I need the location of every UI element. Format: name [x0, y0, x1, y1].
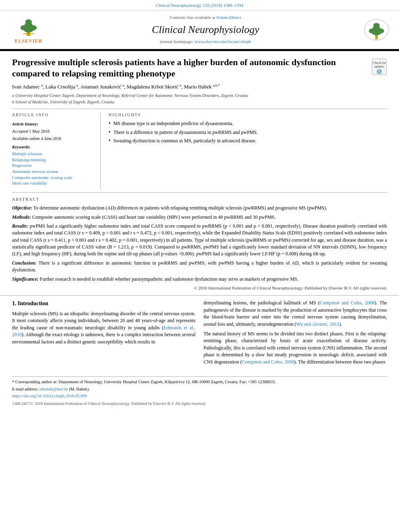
header-decoration [360, 18, 393, 42]
keywords-group: Keywords: Multiple sclerosis Relapsing-r… [12, 144, 94, 187]
page: Clinical Neurophysiology 129 (2018) 1588… [0, 0, 399, 532]
compston-link-2[interactable]: Compston and Coles, 2008 [242, 359, 294, 365]
journal-title-area: Contents lists available at ScienceDirec… [51, 14, 360, 45]
objective-text: To determine autonomic dysfunction (AD) … [32, 205, 327, 211]
abstract-label: Abstract [12, 197, 387, 202]
svg-point-4 [21, 25, 27, 31]
significance-heading: Significance: [12, 276, 39, 282]
keyword-3[interactable]: Progressive [12, 163, 94, 169]
conclusion-text: There is a significant difference in aut… [12, 260, 387, 273]
svg-point-13 [378, 29, 384, 33]
highlight-3: • Sweating dysfunction is common in MS, … [109, 138, 387, 144]
objective-heading: Objective: [12, 205, 32, 211]
article-title-section: Progressive multiple sclerosis patients … [12, 57, 387, 80]
abstract-copyright: © 2018 International Federation of Clini… [12, 285, 387, 291]
keyword-6[interactable]: Heart rate variability [12, 181, 94, 187]
significance-text: Further research is needed to establish … [39, 276, 298, 282]
body-right-col: demyelinating lesions, the pathological … [204, 300, 387, 368]
footnote-area: * Corresponding author at: Department of… [12, 376, 387, 407]
body-two-col: 1. Introduction Multiple sclerosis (MS) … [12, 300, 387, 368]
intro-para-2: demyelinating lesions, the pathological … [204, 300, 387, 328]
results-heading: Results: [12, 223, 28, 229]
affiliations: a University Hospital Center Zagreb, Dep… [12, 92, 387, 105]
highlight-text-2: There is a difference in pattern of dysa… [113, 129, 258, 136]
elsevier-logo-area: ELSEVIER [6, 15, 51, 45]
svg-point-5 [30, 25, 37, 31]
elsevier-tree-icon [14, 15, 43, 37]
svg-rect-6 [23, 33, 34, 34]
keyword-5[interactable]: Composite autonomic scoring scale [12, 175, 94, 181]
history-heading: Article history: [12, 122, 38, 126]
volume-text: Clinical Neurophysiology 129 (2018) 1588… [156, 3, 243, 8]
bullet-icon: • [109, 129, 111, 136]
compston-link-1[interactable]: Compston and Coles, 2008 [320, 300, 374, 306]
wu-link[interactable]: Wu and Alvarez, 2011 [296, 321, 339, 327]
elsevier-logo: ELSEVIER [14, 15, 43, 45]
svg-point-3 [25, 19, 32, 25]
authors-line: Ivan Adamec a, Luka Crnošija a, Anamari … [12, 83, 387, 91]
highlight-1: • MS disease type is an independent pred… [109, 120, 387, 127]
abstract-methods: Methods: Composite autonomic scoring sca… [12, 214, 387, 221]
doi-line[interactable]: https://doi.org/10.1016/j.clinph.2018.05… [12, 393, 387, 399]
doi-link[interactable]: https://doi.org/10.1016/j.clinph.2018.05… [12, 394, 87, 398]
article-main: Progressive multiple sclerosis patients … [0, 51, 399, 296]
intro-para-1: Multiple sclerosis (MS) is an idiopathic… [12, 310, 195, 345]
corresponding-author: * Corresponding author at: Department of… [12, 379, 387, 385]
homepage-url: www.elsevier.com/locate/clinph [194, 39, 251, 44]
journal-volume-info: Clinical Neurophysiology 129 (2018) 1588… [0, 0, 399, 10]
keywords-heading: Keywords: [12, 144, 94, 150]
highlights-right: Highlights • MS disease type is an indep… [101, 112, 387, 189]
abstract-section: Abstract Objective: To determine autonom… [12, 197, 387, 291]
accepted-date: Accepted 1 May 2018 [12, 129, 49, 134]
body-left-col: 1. Introduction Multiple sclerosis (MS) … [12, 300, 195, 368]
email-line: E-mail address: mhabek@mef.hr (M. Habek)… [12, 386, 387, 392]
intro-heading: 1. Introduction [12, 300, 195, 308]
conclusion-heading: Conclusion: [12, 260, 37, 266]
highlights-label: Highlights [109, 112, 387, 118]
check-for-updates-badge: Check for updates [372, 58, 387, 75]
bullet-icon: • [109, 138, 111, 144]
article-history: Article history: Accepted 1 May 2018 Ava… [12, 120, 94, 142]
edmonds-link[interactable]: Edmonds et al., 2010 [12, 325, 195, 337]
abstract-significance: Significance: Further research is needed… [12, 276, 387, 283]
journal-header: ELSEVIER Contents lists available at Sci… [0, 10, 399, 49]
abstract-results: Results: pwPMS had a significantly highe… [12, 223, 387, 258]
article-title: Progressive multiple sclerosis patients … [12, 57, 366, 80]
svg-rect-8 [375, 35, 378, 39]
contents-available-line: Contents lists available at ScienceDirec… [51, 14, 360, 21]
article-body: 1. Introduction Multiple sclerosis (MS) … [0, 295, 399, 372]
email-link[interactable]: mhabek@mef.hr [39, 387, 68, 391]
abstract-objective: Objective: To determine autonomic dysfun… [12, 205, 387, 212]
svg-point-12 [369, 29, 375, 33]
article-info-label: Article Info [12, 112, 94, 118]
highlight-2: • There is a difference in pattern of dy… [109, 129, 387, 136]
footer-copyright: 1388-2457/© 2018 International Federatio… [12, 401, 387, 407]
journal-homepage: journal homepage: www.elsevier.com/locat… [51, 39, 360, 45]
decoration-tree-icon [362, 18, 391, 42]
svg-text:updates: updates [374, 65, 384, 68]
article-info-section: Article Info Article history: Accepted 1… [12, 109, 387, 193]
abstract-conclusion: Conclusion: There is a significant diffe… [12, 260, 387, 274]
affiliation-b: b School of Medicine, University of Zagr… [12, 99, 387, 105]
methods-heading: Methods: [12, 214, 31, 220]
svg-text:Check for: Check for [373, 61, 386, 65]
journal-title: Clinical Neurophysiology [51, 23, 360, 37]
highlight-text-1: MS disease type is an independent predic… [113, 120, 233, 127]
methods-text: Composite autonomic scoring scale (CASS)… [31, 214, 276, 220]
keyword-1[interactable]: Multiple sclerosis [12, 151, 94, 157]
leading-text: leading [20, 325, 34, 331]
sciencedirect-link[interactable]: ScienceDirect [216, 15, 241, 20]
elsevier-brand-text: ELSEVIER [15, 38, 43, 45]
bullet-icon: • [109, 120, 111, 127]
results-text: pwPMS had a significantly higher sudomot… [12, 223, 387, 257]
article-info-left: Article Info Article history: Accepted 1… [12, 112, 101, 189]
svg-point-11 [373, 23, 380, 28]
available-date: Available online 4 June 2018 [12, 136, 61, 141]
keyword-4[interactable]: Autonomic nervous system [12, 169, 94, 175]
affiliation-a: a University Hospital Center Zagreb, Dep… [12, 92, 387, 99]
intro-para-3: The natural history of MS seems to be di… [204, 331, 387, 366]
highlight-text-3: Sweating dysfunction is common in MS, pa… [113, 138, 257, 144]
keyword-2[interactable]: Relapsing-remitting [12, 157, 94, 163]
